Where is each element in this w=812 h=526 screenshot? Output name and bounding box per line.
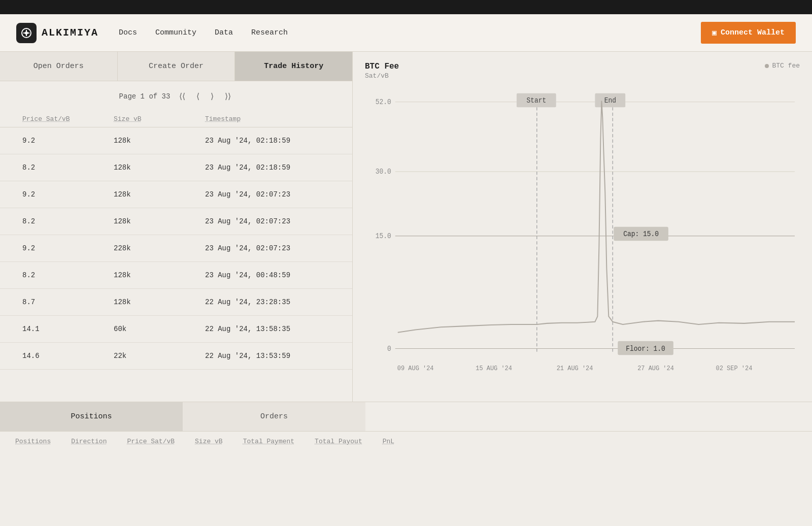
last-page-button[interactable]: ⟩⟩ xyxy=(223,90,233,102)
svg-text:52.0: 52.0 xyxy=(376,98,391,106)
nav-research[interactable]: Research xyxy=(251,28,288,37)
svg-text:09 AUG '24: 09 AUG '24 xyxy=(397,365,434,372)
bottom-columns: Positions Direction Price Sat/vB Size vB… xyxy=(0,432,812,451)
cell-price: 14.6 xyxy=(22,352,114,360)
btc-fee-chart: 52.0 30.0 15.0 0 09 AUG '24 15 AUG '24 2… xyxy=(365,86,800,391)
cell-timestamp: 22 Aug '24, 23:28:35 xyxy=(205,298,330,306)
main-nav: Docs Community Data Research xyxy=(119,28,288,37)
logo: ALKIMIYA xyxy=(16,23,98,43)
chart-header: BTC Fee Sat/vB BTC fee xyxy=(365,62,800,80)
header-left: ALKIMIYA Docs Community Data Research xyxy=(16,23,288,43)
chart-title-section: BTC Fee Sat/vB xyxy=(365,62,399,80)
connect-wallet-label: Connect Wallet xyxy=(721,28,785,37)
svg-text:Start: Start xyxy=(526,96,546,104)
table-row: 9.2 228k 23 Aug '24, 02:07:23 xyxy=(0,235,352,262)
table-row: 9.2 128k 23 Aug '24, 02:07:23 xyxy=(0,181,352,208)
legend-label: BTC fee xyxy=(772,62,800,70)
tab-create-order[interactable]: Create Order xyxy=(118,52,235,81)
cell-price: 9.2 xyxy=(22,137,114,145)
svg-text:Cap: 15.0: Cap: 15.0 xyxy=(623,230,659,238)
cell-size: 128k xyxy=(114,190,205,199)
cell-timestamp: 22 Aug '24, 13:58:35 xyxy=(205,325,330,333)
bottom-tab-orders[interactable]: Orders xyxy=(183,402,365,431)
top-bar xyxy=(0,0,812,14)
svg-text:21 AUG '24: 21 AUG '24 xyxy=(557,365,593,372)
col-timestamp: Timestamp xyxy=(205,115,330,123)
svg-point-1 xyxy=(25,31,28,35)
cell-timestamp: 23 Aug '24, 00:48:59 xyxy=(205,271,330,279)
legend-dot xyxy=(765,64,769,68)
main-content: Open Orders Create Order Trade History P… xyxy=(0,52,812,402)
table-row: 8.2 128k 23 Aug '24, 02:07:23 xyxy=(0,208,352,235)
cell-size: 128k xyxy=(114,298,205,306)
main-tabs: Open Orders Create Order Trade History xyxy=(0,52,352,81)
cell-size: 128k xyxy=(114,163,205,172)
prev-page-button[interactable]: ⟨ xyxy=(194,90,201,102)
cell-size: 228k xyxy=(114,244,205,252)
col-price: Price Sat/vB xyxy=(22,115,114,123)
tab-open-orders[interactable]: Open Orders xyxy=(0,52,118,81)
svg-text:30.0: 30.0 xyxy=(376,168,391,176)
svg-text:15.0: 15.0 xyxy=(376,233,391,240)
table-row: 14.6 22k 22 Aug '24, 13:53:59 xyxy=(0,343,352,370)
cell-price: 14.1 xyxy=(22,325,114,333)
first-page-button[interactable]: ⟨⟨ xyxy=(177,90,187,102)
table-header: Price Sat/vB Size vB Timestamp xyxy=(0,111,352,127)
left-panel: Open Orders Create Order Trade History P… xyxy=(0,52,353,402)
table-body: 9.2 128k 23 Aug '24, 02:18:59 8.2 128k 2… xyxy=(0,127,352,370)
col-price-satvb: Price Sat/vB xyxy=(127,438,175,445)
cell-price: 8.2 xyxy=(22,163,114,172)
pagination-label: Page 1 of 33 xyxy=(119,92,171,101)
table-row: 8.2 128k 23 Aug '24, 02:18:59 xyxy=(0,154,352,181)
cell-price: 8.7 xyxy=(22,298,114,306)
cell-size: 128k xyxy=(114,271,205,279)
col-size-vb: Size vB xyxy=(195,438,223,445)
table-row: 8.2 128k 23 Aug '24, 00:48:59 xyxy=(0,262,352,289)
table-row: 9.2 128k 23 Aug '24, 02:18:59 xyxy=(0,127,352,154)
table-row: 8.7 128k 22 Aug '24, 23:28:35 xyxy=(0,289,352,316)
cell-size: 22k xyxy=(114,352,205,360)
cell-timestamp: 23 Aug '24, 02:07:23 xyxy=(205,244,330,252)
connect-wallet-button[interactable]: ▣ Connect Wallet xyxy=(701,22,796,44)
cell-timestamp: 23 Aug '24, 02:07:23 xyxy=(205,217,330,225)
cell-timestamp: 23 Aug '24, 02:07:23 xyxy=(205,190,330,199)
svg-text:27 AUG '24: 27 AUG '24 xyxy=(637,365,674,372)
cell-timestamp: 23 Aug '24, 02:18:59 xyxy=(205,163,330,172)
col-pnl: PnL xyxy=(383,438,394,445)
col-size: Size vB xyxy=(114,115,205,123)
nav-data[interactable]: Data xyxy=(215,28,233,37)
logo-icon xyxy=(16,23,37,43)
col-positions: Positions xyxy=(15,438,51,445)
col-total-payment: Total Payment xyxy=(243,438,294,445)
col-direction: Direction xyxy=(71,438,107,445)
logo-text: ALKIMIYA xyxy=(42,27,98,39)
next-page-button[interactable]: ⟩ xyxy=(209,90,216,102)
cell-price: 8.2 xyxy=(22,217,114,225)
pagination: Page 1 of 33 ⟨⟨ ⟨ ⟩ ⟩⟩ xyxy=(0,81,352,111)
chart-subtitle: Sat/vB xyxy=(365,72,399,80)
bottom-tabs: Positions Orders xyxy=(0,402,812,432)
tab-trade-history[interactable]: Trade History xyxy=(235,52,352,81)
cell-size: 128k xyxy=(114,137,205,145)
svg-text:0: 0 xyxy=(387,345,391,352)
cell-price: 9.2 xyxy=(22,190,114,199)
svg-text:15 AUG '24: 15 AUG '24 xyxy=(476,365,512,372)
wallet-icon: ▣ xyxy=(712,28,717,38)
cell-price: 9.2 xyxy=(22,244,114,252)
svg-text:End: End xyxy=(604,96,616,104)
svg-text:02 SEP '24: 02 SEP '24 xyxy=(716,365,753,372)
cell-size: 60k xyxy=(114,325,205,333)
cell-timestamp: 22 Aug '24, 13:53:59 xyxy=(205,352,330,360)
nav-docs[interactable]: Docs xyxy=(119,28,137,37)
svg-text:Floor: 1.0: Floor: 1.0 xyxy=(626,345,665,352)
nav-community[interactable]: Community xyxy=(155,28,196,37)
cell-timestamp: 23 Aug '24, 02:18:59 xyxy=(205,137,330,145)
trade-table: Price Sat/vB Size vB Timestamp 9.2 128k … xyxy=(0,111,352,402)
header: ALKIMIYA Docs Community Data Research ▣ … xyxy=(0,14,812,52)
chart-title: BTC Fee xyxy=(365,62,399,71)
bottom-section: Positions Orders Positions Direction Pri… xyxy=(0,402,812,451)
col-total-payout: Total Payout xyxy=(315,438,362,445)
bottom-tab-positions[interactable]: Positions xyxy=(0,402,183,431)
cell-price: 8.2 xyxy=(22,271,114,279)
table-row: 14.1 60k 22 Aug '24, 13:58:35 xyxy=(0,316,352,343)
